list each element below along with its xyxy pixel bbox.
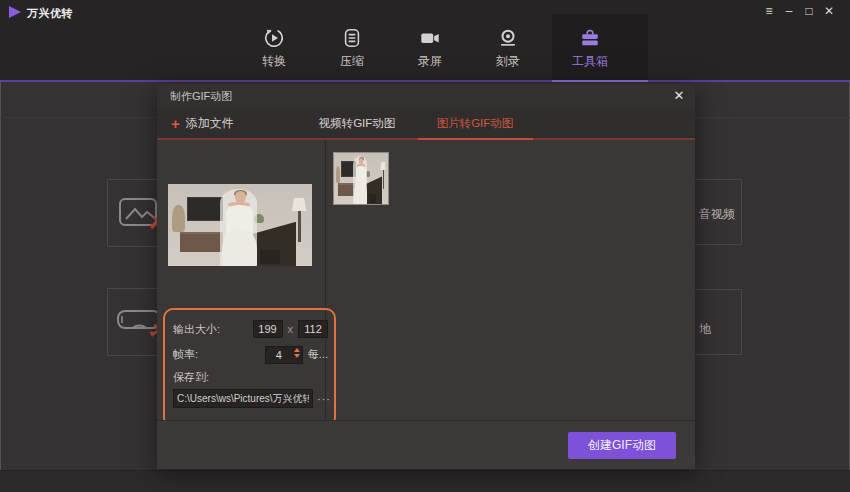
frame-rate-stepper[interactable]: [294, 348, 300, 358]
menu-icon[interactable]: ≡: [762, 3, 776, 19]
compress-icon: [341, 26, 363, 50]
output-size-row: 输出大小: x: [173, 318, 328, 340]
dialog-header: 制作GIF动图 ✕: [157, 84, 695, 108]
tab-video-to-gif[interactable]: 视频转GIF动图: [319, 108, 396, 138]
window-close-icon[interactable]: ✕: [822, 3, 836, 19]
output-height-input[interactable]: [298, 320, 328, 338]
app-window: 万兴优转 ≡ – □ ✕ 转换: [0, 0, 850, 492]
create-gif-button[interactable]: 创建GIF动图: [568, 432, 676, 459]
frame-rate-unit: 每...: [308, 347, 328, 362]
dialog-close-icon[interactable]: ✕: [671, 87, 687, 103]
plus-icon: +: [171, 116, 180, 131]
burn-icon: [497, 26, 519, 50]
active-tab-underline: [418, 138, 533, 140]
output-size-label: 输出大小:: [173, 322, 253, 337]
nav-tab-convert[interactable]: 转换: [244, 26, 304, 70]
frame-rate-label: 帧率:: [173, 347, 265, 362]
nav-tab-compress-label: 压缩: [340, 53, 364, 70]
tab-image-to-gif[interactable]: 图片转GIF动图: [437, 108, 514, 138]
nav-tab-burn[interactable]: 刻录: [478, 26, 538, 70]
frame-rate-row: 帧率: 每...: [173, 343, 328, 365]
nav-tab-toolbox[interactable]: 工具箱: [560, 26, 620, 70]
gif-settings-group: 输出大小: x 帧率: 每... 保存到:: [163, 308, 336, 428]
add-file-button[interactable]: + 添加文件: [171, 108, 234, 138]
toolbox-card-local-label: 地: [699, 321, 711, 338]
bride-photo: [168, 184, 312, 266]
nav-tab-compress[interactable]: 压缩: [322, 26, 382, 70]
stepper-down-icon[interactable]: [294, 354, 300, 358]
window-bottom-strip: [0, 470, 850, 492]
gif-maker-dialog: 制作GIF动图 ✕ + 添加文件 视频转GIF动图 图片转GIF动图: [157, 84, 695, 468]
dialog-title: 制作GIF动图: [170, 89, 232, 104]
save-path-row: ···: [173, 389, 328, 408]
add-file-label: 添加文件: [186, 115, 234, 132]
maximize-icon[interactable]: □: [802, 3, 816, 19]
save-path-input[interactable]: [173, 389, 313, 408]
convert-icon: [263, 26, 285, 50]
dialog-tab-bar: + 添加文件 视频转GIF动图 图片转GIF动图: [157, 108, 695, 140]
imported-image-thumbnail[interactable]: [333, 152, 389, 205]
stepper-up-icon[interactable]: [294, 348, 300, 352]
bride-photo-thumb: [334, 153, 388, 204]
nav-active-accent-line: [552, 80, 648, 82]
nav-tab-screen-record-label: 录屏: [418, 53, 442, 70]
nav-accent-line: [0, 80, 850, 82]
save-to-label: 保存到:: [173, 370, 328, 385]
window-controls: ≡ – □ ✕: [762, 3, 836, 19]
toolbox-card-audio-video-label: 音视频: [699, 206, 735, 223]
toolbox-icon: [579, 26, 601, 50]
nav-tab-convert-label: 转换: [262, 53, 286, 70]
gif-preview-image: [168, 184, 312, 266]
nav-tab-burn-label: 刻录: [496, 53, 520, 70]
screen-record-icon: [419, 26, 441, 50]
app-logo-icon: [8, 5, 22, 19]
title-nav-bar: 万兴优转 ≡ – □ ✕ 转换: [0, 0, 850, 80]
browse-icon[interactable]: ···: [317, 393, 331, 405]
output-width-input[interactable]: [253, 320, 283, 338]
nav-tab-screen-record[interactable]: 录屏: [400, 26, 460, 70]
save-to-row: 保存到:: [173, 368, 328, 386]
app-title: 万兴优转: [27, 6, 73, 21]
minimize-icon[interactable]: –: [782, 3, 796, 19]
dialog-footer: 创建GIF动图: [157, 420, 695, 469]
nav-tab-toolbox-label: 工具箱: [572, 53, 608, 70]
size-separator: x: [288, 323, 294, 335]
